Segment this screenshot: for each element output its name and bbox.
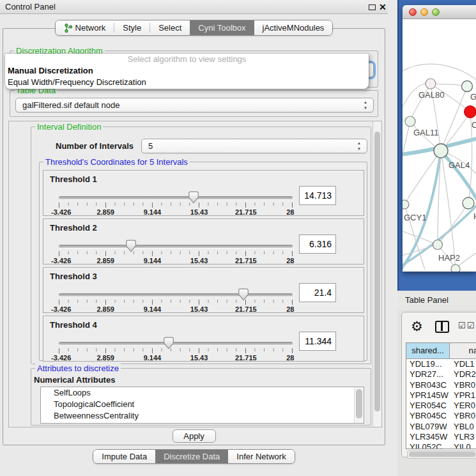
- column-header-shared-name[interactable]: shared...: [406, 343, 450, 358]
- scrollbar-thumb[interactable]: [409, 452, 475, 457]
- cell-name[interactable]: YLR3: [450, 432, 476, 442]
- popup-item-manual-discretization[interactable]: Manual Discretization: [5, 65, 369, 77]
- list-scrollbar[interactable]: [354, 387, 364, 423]
- minimize-window-icon[interactable]: [420, 8, 428, 16]
- table-row[interactable]: YIL052CYIL0: [406, 442, 476, 449]
- split-columns-icon[interactable]: [435, 321, 449, 333]
- combo-stepper-icon[interactable]: ▲▼: [362, 100, 369, 111]
- tab-impute-data[interactable]: Impute Data: [93, 450, 155, 463]
- cell-shared-name[interactable]: YBL079W: [406, 422, 450, 432]
- threshold-2-panel: Threshold 2 -3.426 2.859 9.144 15.43 21.…: [43, 219, 364, 265]
- cell-shared-name[interactable]: YDL19...: [406, 359, 450, 369]
- popup-prompt-item[interactable]: Select algorithm to view settings: [5, 54, 369, 65]
- scrollbar-thumb[interactable]: [356, 389, 362, 418]
- checkbox-icon[interactable]: ☑: [467, 321, 476, 330]
- select-columns-icons[interactable]: ☑☑: [458, 321, 475, 330]
- cell-name[interactable]: YDL1: [450, 359, 476, 369]
- node-label-hap2: HAP2: [438, 253, 460, 263]
- table-data-combobox[interactable]: galFiltered.sif default node ▲▼: [15, 98, 374, 112]
- slider-track[interactable]: [59, 342, 293, 345]
- threshold-3-value-field[interactable]: [299, 283, 336, 302]
- close-panel-icon[interactable]: ✕: [379, 1, 387, 13]
- cell-name[interactable]: YBR0: [450, 380, 476, 390]
- table-row[interactable]: YBR045CYBR0: [406, 411, 476, 421]
- numerical-attributes-list[interactable]: SelfLoops TopologicalCoefficient Between…: [40, 387, 364, 424]
- cell-shared-name[interactable]: YER054C: [406, 401, 450, 411]
- node-gal11[interactable]: [405, 116, 415, 127]
- cell-name[interactable]: YER0: [450, 401, 476, 411]
- node-red-selected[interactable]: [464, 106, 476, 118]
- slider-track[interactable]: [59, 293, 293, 296]
- node-right-mid[interactable]: [463, 197, 474, 209]
- list-item[interactable]: SelfLoops: [41, 387, 364, 399]
- cell-name[interactable]: YIL0: [450, 442, 476, 449]
- network-canvas[interactable]: GAL80 G GAL11 C GAL4 GCY1 H HAP2: [403, 19, 476, 272]
- slider-thumb[interactable]: [125, 240, 137, 252]
- tab-discretize-data[interactable]: Discretize Data: [155, 450, 228, 463]
- apply-button[interactable]: Apply: [173, 429, 216, 443]
- cell-name[interactable]: YBL0: [450, 422, 476, 432]
- node-label-gal80: GAL80: [418, 90, 444, 100]
- combo-stepper-icon[interactable]: ▲▼: [356, 141, 362, 152]
- number-of-intervals-combobox[interactable]: 5 ▲▼: [141, 139, 367, 153]
- cell-name[interactable]: YPR1: [450, 390, 476, 401]
- list-item[interactable]: BetweennessCentrality: [41, 410, 364, 422]
- tab-infer-network[interactable]: Infer Network: [228, 450, 294, 463]
- cell-shared-name[interactable]: YBR045C: [406, 411, 450, 421]
- popup-item-equal-width[interactable]: Equal Width/Frequency Discretization: [5, 77, 369, 88]
- table-row[interactable]: YPR145WYPR1: [406, 390, 476, 401]
- horizontal-scrollbar[interactable]: [407, 450, 476, 459]
- table-row[interactable]: YER054CYER0: [406, 401, 476, 411]
- scrollbar-thumb[interactable]: [374, 132, 380, 411]
- node-gal80[interactable]: [426, 79, 436, 89]
- cell-shared-name[interactable]: YPR145W: [406, 390, 450, 401]
- zoom-window-icon[interactable]: [432, 8, 440, 16]
- network-window[interactable]: GAL80 G GAL11 C GAL4 GCY1 H HAP2: [403, 5, 476, 272]
- column-header-name[interactable]: na: [450, 343, 476, 358]
- tab-jactivemnodules[interactable]: jActiveMNodules: [254, 20, 333, 35]
- node-bottom-partial[interactable]: [451, 265, 460, 272]
- tab-cyni-toolbox[interactable]: Cyni Toolbox: [190, 20, 254, 35]
- cell-shared-name[interactable]: YDR27...: [406, 369, 450, 380]
- tab-select[interactable]: Select: [150, 20, 190, 35]
- table-row[interactable]: YDL19...YDL1: [406, 359, 476, 369]
- vertical-scrollbar[interactable]: [372, 121, 381, 427]
- table-row[interactable]: YBR043CYBR0: [406, 380, 476, 390]
- slider-track[interactable]: [59, 245, 293, 248]
- float-panel-icon[interactable]: [369, 4, 376, 10]
- tab-network[interactable]: Network: [56, 20, 114, 35]
- node-gal4[interactable]: [434, 144, 448, 158]
- table-header-row: shared... na: [406, 343, 476, 359]
- close-window-icon[interactable]: [409, 8, 417, 16]
- table-body[interactable]: YDL19...YDL1 YDR27...YDR2 YBR043CYBR0 YP…: [406, 359, 476, 449]
- list-item[interactable]: TopologicalCoefficient: [41, 399, 364, 410]
- threshold-4-value-field[interactable]: [299, 332, 336, 351]
- tab-style[interactable]: Style: [114, 20, 150, 35]
- threshold-1-slider[interactable]: -3.426 2.859 9.144 15.43 21.715 28: [59, 194, 293, 215]
- network-window-titlebar[interactable]: [403, 5, 476, 19]
- slider-thumb[interactable]: [188, 191, 199, 204]
- cell-shared-name[interactable]: YIL052C: [406, 442, 450, 449]
- threshold-1-value-field[interactable]: [299, 186, 336, 205]
- cell-name[interactable]: YBR0: [450, 411, 476, 421]
- table-row[interactable]: YLR345WYLR3: [406, 432, 476, 442]
- slider-thumb[interactable]: [238, 288, 249, 301]
- cell-name[interactable]: YDR2: [450, 369, 476, 380]
- node-gcy1[interactable]: [403, 200, 409, 209]
- cell-shared-name[interactable]: YLR345W: [406, 432, 450, 442]
- cell-shared-name[interactable]: YBR043C: [406, 380, 450, 390]
- bottom-tab-bar: Impute Data Discretize Data Infer Networ…: [0, 449, 388, 464]
- checkbox-icon[interactable]: ☑: [458, 321, 467, 330]
- table-row[interactable]: YBL079WYBL0: [406, 422, 476, 432]
- threshold-3-slider[interactable]: -3.426 2.859 9.144 15.43 21.715 28: [59, 291, 293, 312]
- table-row[interactable]: YDR27...YDR2: [406, 369, 476, 380]
- threshold-2-value-field[interactable]: [299, 234, 336, 254]
- slider-thumb[interactable]: [163, 337, 174, 349]
- attributes-group-title: Attributes to discretize: [35, 364, 121, 373]
- threshold-4-slider[interactable]: -3.426 2.859 9.144 15.43 21.715 28: [59, 339, 293, 361]
- gear-icon[interactable]: ⚙: [411, 319, 423, 334]
- node-hap2[interactable]: [433, 240, 443, 250]
- node-top-right[interactable]: [462, 81, 473, 92]
- threshold-2-slider[interactable]: -3.426 2.859 9.144 15.43 21.715 28: [59, 242, 293, 264]
- slider-track[interactable]: [59, 196, 293, 199]
